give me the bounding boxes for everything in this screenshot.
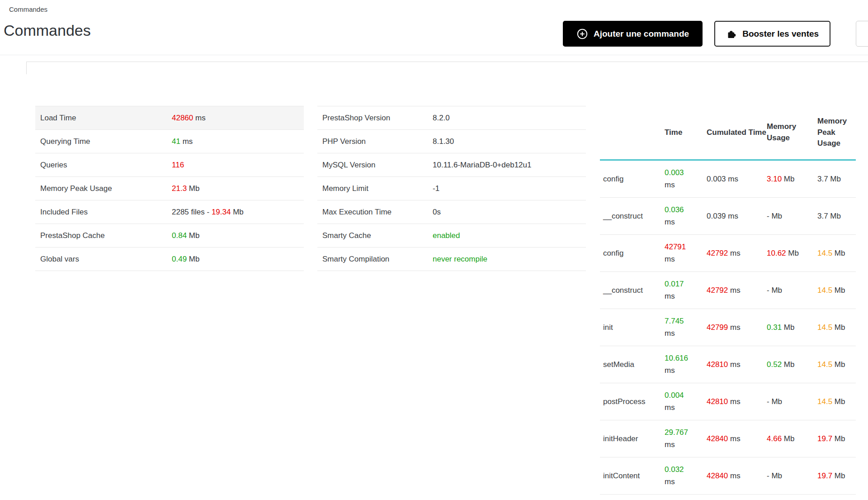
env-label: Memory Limit <box>317 184 433 193</box>
boost-sales-label: Booster les ventes <box>742 29 819 39</box>
table-row: Smarty Compilation never recompile <box>317 248 586 271</box>
table-row: Load Time 42860 ms <box>35 106 304 130</box>
time-cell: 0.017ms <box>665 278 707 302</box>
memory-usage-cell: - Mb <box>767 212 817 221</box>
table-row: __construct 0.017ms 42792 ms - Mb 14.5 M… <box>600 272 856 309</box>
table-row: Querying Time 41 ms <box>35 130 304 153</box>
env-value: 8.2.0 <box>433 114 586 123</box>
metric-label: Global vars <box>35 255 172 264</box>
time-cell: 10.616ms <box>665 352 707 376</box>
hook-name: initContent <box>600 471 665 481</box>
table-row: init 7.745ms 42799 ms 0.31 Mb 14.5 Mb <box>600 309 856 346</box>
env-label: PHP Version <box>317 137 433 146</box>
table-row: Max Execution Time 0s <box>317 200 586 224</box>
env-label: Max Execution Time <box>317 208 433 217</box>
metric-value: 21.3 Mb <box>172 184 304 193</box>
memory-usage-cell: 0.31 Mb <box>767 323 817 332</box>
env-value: 10.11.6-MariaDB-0+deb12u1 <box>433 161 586 170</box>
table-row: PHP Version 8.1.30 <box>317 130 586 153</box>
add-order-button[interactable]: Ajouter une commande <box>563 21 703 47</box>
metric-label: Querying Time <box>35 137 172 146</box>
env-label: PrestaShop Version <box>317 114 433 123</box>
memory-peak-cell: 14.5 Mb <box>817 397 856 406</box>
breadcrumb: Commandes <box>9 5 47 13</box>
memory-peak-cell: 3.7 Mb <box>817 212 856 221</box>
metric-value: 0.49 Mb <box>172 255 304 264</box>
env-label: Smarty Compilation <box>317 255 433 264</box>
hook-name: config <box>600 175 665 184</box>
content-panel-border <box>26 62 868 74</box>
cumulated-time-cell: 0.039 ms <box>707 212 767 221</box>
table-row: Memory Peak Usage 21.3 Mb <box>35 177 304 200</box>
table-row: config 0.003ms 0.003 ms 3.10 Mb 3.7 Mb <box>600 161 856 198</box>
table-row: postProcess 0.004ms 42810 ms - Mb 14.5 M… <box>600 383 856 420</box>
table-row: PrestaShop Version 8.2.0 <box>317 106 586 130</box>
time-cell: 42791ms <box>665 241 707 265</box>
metric-value: 2285 files - 19.34 Mb <box>172 208 304 217</box>
help-button-partial[interactable] <box>856 21 868 47</box>
page-title: Commandes <box>4 22 91 39</box>
memory-peak-cell: 14.5 Mb <box>817 286 856 295</box>
table-row: MySQL Version 10.11.6-MariaDB-0+deb12u1 <box>317 153 586 177</box>
metric-value: 41 ms <box>172 137 304 146</box>
page-header: Commandes Commandes Ajouter une commande <box>0 0 868 55</box>
env-value: never recompile <box>433 255 586 264</box>
env-value: enabled <box>433 231 586 240</box>
memory-peak-cell: 19.7 Mb <box>817 471 856 481</box>
cumulated-time-cell: 42792 ms <box>707 249 767 258</box>
table-row: initContent 0.032ms 42840 ms - Mb 19.7 M… <box>600 457 856 495</box>
cumulated-time-cell: 42840 ms <box>707 471 767 481</box>
profiler-header-memory-usage: Memory Usage <box>767 121 817 143</box>
load-metrics-table: Load Time 42860 ms Querying Time 41 ms Q… <box>35 106 304 271</box>
metric-label: PrestaShop Cache <box>35 231 172 240</box>
memory-usage-cell: - Mb <box>767 397 817 406</box>
cumulated-time-cell: 42792 ms <box>707 286 767 295</box>
time-cell: 29.767ms <box>665 427 707 451</box>
memory-peak-cell: 3.7 Mb <box>817 175 856 184</box>
table-row: Queries 116 <box>35 153 304 177</box>
memory-usage-cell: 4.66 Mb <box>767 434 817 443</box>
profiler-header-time: Time <box>665 127 707 138</box>
env-label: Smarty Cache <box>317 231 433 240</box>
memory-peak-cell: 14.5 Mb <box>817 323 856 332</box>
table-row: initHeader 29.767ms 42840 ms 4.66 Mb 19.… <box>600 420 856 457</box>
table-row: setMedia 10.616ms 42810 ms 0.52 Mb 14.5 … <box>600 346 856 383</box>
profiler-header-memory-peak: Memory Peak Usage <box>817 116 856 149</box>
boost-sales-button[interactable]: Booster les ventes <box>714 21 830 47</box>
profiler-header-cumulated-time: Cumulated Time <box>707 127 767 138</box>
metric-label: Included Files <box>35 208 172 217</box>
hook-name: initHeader <box>600 434 665 443</box>
metric-value: 42860 ms <box>172 114 304 123</box>
hook-name: __construct <box>600 212 665 221</box>
profiler-table: Time Cumulated Time Memory Usage Memory … <box>600 106 856 495</box>
memory-usage-cell: 0.52 Mb <box>767 360 817 369</box>
cumulated-time-cell: 42840 ms <box>707 434 767 443</box>
cumulated-time-cell: 0.003 ms <box>707 175 767 184</box>
memory-peak-cell: 19.7 Mb <box>817 434 856 443</box>
table-row: Memory Limit -1 <box>317 177 586 200</box>
metric-label: Memory Peak Usage <box>35 184 172 193</box>
header-toolbar: Ajouter une commande Booster les ventes <box>563 21 830 47</box>
memory-usage-cell: 3.10 Mb <box>767 175 817 184</box>
cumulated-time-cell: 42810 ms <box>707 397 767 406</box>
memory-usage-cell: - Mb <box>767 471 817 481</box>
time-cell: 0.003ms <box>665 167 707 191</box>
environment-table: PrestaShop Version 8.2.0 PHP Version 8.1… <box>317 106 586 271</box>
add-order-label: Ajouter une commande <box>594 29 689 39</box>
metric-label: Queries <box>35 161 172 170</box>
table-row: __construct 0.036ms 0.039 ms - Mb 3.7 Mb <box>600 198 856 235</box>
hook-name: setMedia <box>600 360 665 369</box>
metric-value: 0.84 Mb <box>172 231 304 240</box>
env-value: 0s <box>433 208 586 217</box>
hook-name: __construct <box>600 286 665 295</box>
env-label: MySQL Version <box>317 161 433 170</box>
profiler-header-row: Time Cumulated Time Memory Usage Memory … <box>600 106 856 161</box>
time-cell: 0.032ms <box>665 464 707 488</box>
table-row: Included Files 2285 files - 19.34 Mb <box>35 200 304 224</box>
metric-label: Load Time <box>35 114 172 123</box>
table-row: Global vars 0.49 Mb <box>35 248 304 271</box>
memory-peak-cell: 14.5 Mb <box>817 360 856 369</box>
memory-usage-cell: - Mb <box>767 286 817 295</box>
time-cell: 0.036ms <box>665 204 707 228</box>
hook-name: init <box>600 323 665 332</box>
